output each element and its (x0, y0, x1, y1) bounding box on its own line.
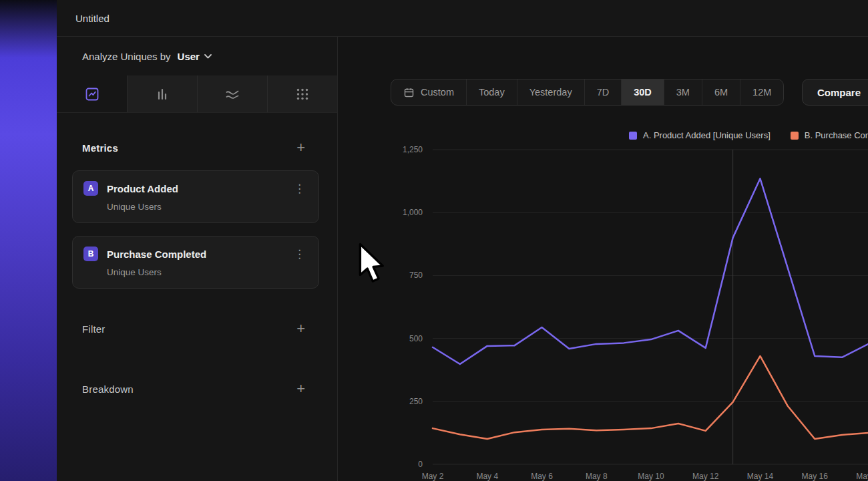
breakdown-label: Breakdown (82, 383, 134, 395)
svg-text:May 12: May 12 (692, 472, 719, 481)
nav-gradient-strip (0, 0, 57, 481)
flows-icon (224, 86, 240, 102)
metric-title-a: Product Added (107, 183, 282, 194)
legend-swatch-b (791, 132, 799, 140)
svg-text:May 6: May 6 (531, 472, 553, 481)
body: Analyze Uniques by User (57, 37, 868, 481)
legend-item-a: A. Product Added [Unique Users] (629, 130, 771, 140)
metric-title-b: Purchase Completed (107, 249, 282, 260)
metric-card-b[interactable]: B Purchase Completed ⋮ Unique Users (72, 236, 319, 289)
report-title: Untitled (75, 13, 110, 24)
metric-card-a[interactable]: A Product Added ⋮ Unique Users (72, 170, 319, 223)
range-30d-button[interactable]: 30D (622, 79, 664, 105)
line-chart: 02505007501,0001,250May 2May 4May 6May 8… (338, 140, 868, 481)
add-metric-button[interactable]: + (296, 140, 305, 155)
topbar: Untitled (57, 0, 868, 37)
legend-label-a: A. Product Added [Unique Users] (643, 130, 771, 140)
svg-text:May 8: May 8 (586, 472, 608, 481)
range-12m-button[interactable]: 12M (740, 79, 783, 105)
metrics-section-header: Metrics + (57, 134, 337, 161)
svg-text:250: 250 (409, 397, 423, 406)
content: Untitled Analyze Uniques by User (57, 0, 868, 481)
range-custom-button[interactable]: Custom (391, 79, 467, 105)
app-root: Untitled Analyze Uniques by User (0, 0, 868, 481)
svg-text:500: 500 (409, 334, 423, 343)
add-filter-button[interactable]: + (296, 321, 305, 336)
filter-label: Filter (82, 323, 105, 335)
metric-badge-a: A (83, 181, 98, 196)
analyze-row: Analyze Uniques by User (57, 37, 337, 75)
range-6m-button[interactable]: 6M (702, 79, 740, 105)
analyze-label: Analyze Uniques by (82, 51, 171, 62)
svg-text:750: 750 (409, 271, 423, 280)
retention-grid-icon (294, 86, 310, 102)
add-breakdown-button[interactable]: + (296, 381, 305, 396)
svg-text:May 18: May 18 (856, 472, 868, 481)
tab-retention-grid[interactable] (267, 75, 337, 112)
svg-text:May 16: May 16 (802, 472, 829, 481)
svg-text:May 10: May 10 (638, 472, 664, 481)
legend-swatch-a (629, 132, 637, 140)
chart-type-tabs (57, 75, 337, 113)
legend-item-b: B. Purchase Completed [Unique Users] (791, 130, 868, 140)
chart-legend: A. Product Added [Unique Users] B. Purch… (629, 130, 868, 140)
chevron-down-icon (204, 54, 212, 59)
tab-line-chart[interactable] (57, 75, 127, 112)
legend-label-b: B. Purchase Completed [Unique Users] (805, 130, 868, 140)
analyze-by-value: User (178, 51, 200, 62)
metric-menu-icon-b[interactable]: ⋮ (291, 249, 308, 260)
mouse-cursor (357, 241, 387, 285)
chart-panel: Custom Today Yesterday 7D 30D 3M 6M 12M … (337, 37, 868, 481)
calendar-icon (403, 87, 415, 98)
line-chart-icon (84, 86, 100, 102)
svg-text:May 4: May 4 (476, 472, 498, 481)
svg-text:May 2: May 2 (422, 472, 444, 481)
range-yesterday-button[interactable]: Yesterday (517, 79, 585, 105)
range-today-button[interactable]: Today (467, 79, 517, 105)
svg-text:May 14: May 14 (747, 472, 774, 481)
metric-badge-b: B (83, 247, 98, 261)
breakdown-section-header: Breakdown + (57, 375, 337, 402)
metric-subtitle-a: Unique Users (107, 202, 308, 212)
tab-flows[interactable] (197, 75, 267, 112)
chart-toolbar: Custom Today Yesterday 7D 30D 3M 6M 12M … (338, 79, 868, 106)
svg-text:1,250: 1,250 (403, 145, 423, 154)
metrics-label: Metrics (82, 142, 118, 154)
metric-subtitle-b: Unique Users (107, 267, 308, 277)
svg-text:0: 0 (418, 460, 423, 469)
range-custom-label: Custom (421, 87, 454, 98)
tab-bar-chart[interactable] (127, 75, 197, 112)
date-range-group: Custom Today Yesterday 7D 30D 3M 6M 12M (391, 79, 784, 106)
range-3m-button[interactable]: 3M (664, 79, 702, 105)
analyze-by-dropdown[interactable]: User (178, 51, 212, 62)
metric-menu-icon-a[interactable]: ⋮ (291, 183, 308, 194)
compare-button[interactable]: Compare (802, 79, 868, 106)
filter-section-header: Filter + (57, 315, 337, 342)
range-7d-button[interactable]: 7D (585, 79, 622, 105)
query-builder-panel: Analyze Uniques by User (57, 37, 337, 481)
svg-text:1,000: 1,000 (403, 208, 423, 217)
bar-chart-icon (154, 86, 170, 102)
